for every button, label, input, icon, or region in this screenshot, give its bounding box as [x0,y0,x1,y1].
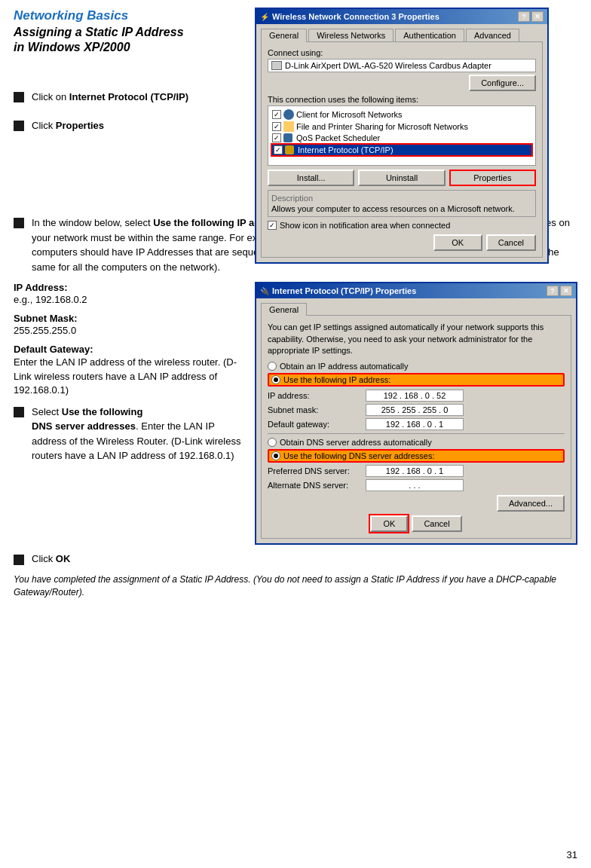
ip-info-panel: IP Address: e.g., 192.168.0.2 Subnet Mas… [14,282,247,544]
install-row: Install... Uninstall Properties [268,170,536,186]
advanced-btn[interactable]: Advanced... [497,495,565,512]
list-item-3[interactable]: ✓ QoS Packet Scheduler [271,133,533,143]
checkbox-3[interactable]: ✓ [272,133,281,142]
ip-label: IP Address: [14,282,247,293]
bullet1 [14,92,24,102]
info-section: IP Address: e.g., 192.168.0.2 Subnet Mas… [14,282,577,544]
checkbox-1[interactable]: ✓ [272,110,281,119]
item4-label: Internet Protocol (TCP/IP) [298,145,393,154]
gateway-label: Default Gateway: [14,344,247,355]
dialog2-btn-row: OK Cancel [268,515,565,532]
default-gateway-input[interactable]: 192 . 168 . 0 . 1 [366,418,464,430]
configure-btn[interactable]: Configure... [469,75,536,91]
radio2-filled [274,377,278,382]
dns-radio2-item[interactable]: Use the following DNS server addresses: [268,449,565,463]
radio2-label: Use the following IP address: [283,375,390,384]
page-number: 31 [567,849,577,860]
radio2[interactable] [271,375,280,384]
tab-advanced[interactable]: Advanced [466,29,519,41]
dns-radio2-filled [274,454,278,458]
gateway-row: Default gateway: 192 . 168 . 0 . 1 [268,418,565,430]
dns-section: Obtain DNS server address automatically … [268,438,565,491]
dialog2-close-btn[interactable]: ✕ [560,286,572,296]
step1-text: Click on Internet Protocol (TCP/IP) [32,90,188,104]
checkbox-2[interactable]: ✓ [272,122,281,131]
item1-icon [283,109,294,120]
step2-pre: Click [32,120,56,131]
adapter-icon [271,61,282,70]
dns-radio1-item[interactable]: Obtain DNS server address automatically [268,438,565,447]
dialog1-help-btn[interactable]: ? [518,11,530,22]
click-ok-bullet: Click OK [14,552,577,566]
main-bullet-square [14,218,24,228]
radio1[interactable] [268,362,277,371]
click-ok-square [14,555,24,565]
install-btn[interactable]: Install... [268,170,354,186]
alternate-dns-input[interactable]: . . . [366,479,464,491]
dns-radio1-label: Obtain DNS server address automatically [280,438,432,447]
dialog2-body: General You can get IP settings assigned… [256,298,576,542]
tab2-general[interactable]: General [261,303,307,316]
page-title: Networking Basics [14,8,247,24]
list-item-2[interactable]: ✓ File and Printer Sharing for Microsoft… [271,121,533,133]
dialog2: 🔌 Internet Protocol (TCP/IP) Properties … [255,282,577,544]
bullet2 [14,121,24,131]
dialog2-help-btn[interactable]: ? [547,286,559,296]
connect-using-row: Connect using: D-Link AirXpert DWL-AG-52… [268,48,536,91]
adapter-input: D-Link AirXpert DWL-AG-520 Wireless Card… [268,59,536,72]
dns-radio1[interactable] [268,438,277,447]
ip-address-input[interactable]: 192 . 168 . 0 . 52 [366,390,464,402]
list-item-4[interactable]: ✓ Internet Protocol (TCP/IP) [271,143,533,157]
list-item-1[interactable]: ✓ Client for Microsoft Networks [271,108,533,121]
tab-authentication[interactable]: Authentication [395,29,464,41]
default-gateway-label: Default gateway: [268,420,366,429]
click-ok-bold: OK [56,553,71,564]
section-divider [268,433,565,434]
preferred-dns-row: Preferred DNS server: 192 . 168 . 0 . 1 [268,465,565,477]
radio1-item[interactable]: Obtain an IP address automatically [268,362,565,371]
item1-label: Client for Microsoft Networks [296,110,403,119]
item2-icon [283,121,294,132]
advanced-btn-row: Advanced... [268,495,565,512]
items-list: ✓ Client for Microsoft Networks ✓ File a… [268,105,536,166]
dialog1-cancel-btn[interactable]: Cancel [486,234,536,251]
dialog2-cancel-btn[interactable]: Cancel [412,515,461,532]
dns-pre: Select [32,406,62,417]
show-icon-label: Show icon in notification area when conn… [280,221,450,230]
dialog1-title: Wireless Network Connection 3 Properties [272,12,439,21]
tab-general[interactable]: General [261,29,307,42]
gateway-text: Enter the LAN IP address of the wireless… [14,356,247,397]
subnet-value: 255.255.255.0 [14,325,247,336]
radio2-item[interactable]: Use the following IP address: [268,373,565,387]
dialog2-tabbar: General [261,303,571,316]
dialog1-tab-content: Connect using: D-Link AirXpert DWL-AG-52… [261,42,543,258]
dialog1-titlebar: ⚡ Wireless Network Connection 3 Properti… [256,9,547,24]
dialog2-ok-btn[interactable]: OK [370,515,408,532]
description-title: Description [271,194,532,203]
dialog1-tabbar: General Wireless Networks Authentication… [261,29,543,42]
subnet-row: Subnet mask: 255 . 255 . 255 . 0 [268,404,565,416]
properties-btn[interactable]: Properties [449,170,536,186]
show-icon-checkbox[interactable]: ✓ [268,221,277,230]
subnet-mask-input[interactable]: 255 . 255 . 255 . 0 [366,404,464,416]
uninstall-btn[interactable]: Uninstall [358,170,445,186]
dialog1-ok-btn[interactable]: OK [433,234,482,251]
step1-bold: Internet Protocol (TCP/IP) [69,91,188,102]
ip-address-row: IP address: 192 . 168 . 0 . 52 [268,390,565,402]
dns-radio2[interactable] [271,451,280,460]
dns-bold2: DNS server addresses [32,420,136,432]
ip-value: e.g., 192.168.0.2 [14,294,247,305]
dialog1-controls: ? ✕ [518,11,544,22]
footer-text: You have completed the assignment of a S… [14,573,577,599]
alternate-dns-label: Alternate DNS server: [268,481,366,490]
dialog1-btn-row: OK Cancel [268,234,536,251]
dialog2-auto-desc: You can get IP settings assigned automat… [268,322,565,356]
dns-step-bullet: Select Use the followingDNS server addre… [14,405,247,463]
preferred-dns-input[interactable]: 192 . 168 . 0 . 1 [366,465,464,477]
dialog2-titlebar: 🔌 Internet Protocol (TCP/IP) Properties … [256,283,576,298]
item4-icon [285,145,294,154]
tab-wireless[interactable]: Wireless Networks [308,29,393,41]
checkbox-4[interactable]: ✓ [274,145,283,154]
description-text: Allows your computer to access resources… [271,204,532,213]
dialog1-close-btn[interactable]: ✕ [531,11,544,22]
